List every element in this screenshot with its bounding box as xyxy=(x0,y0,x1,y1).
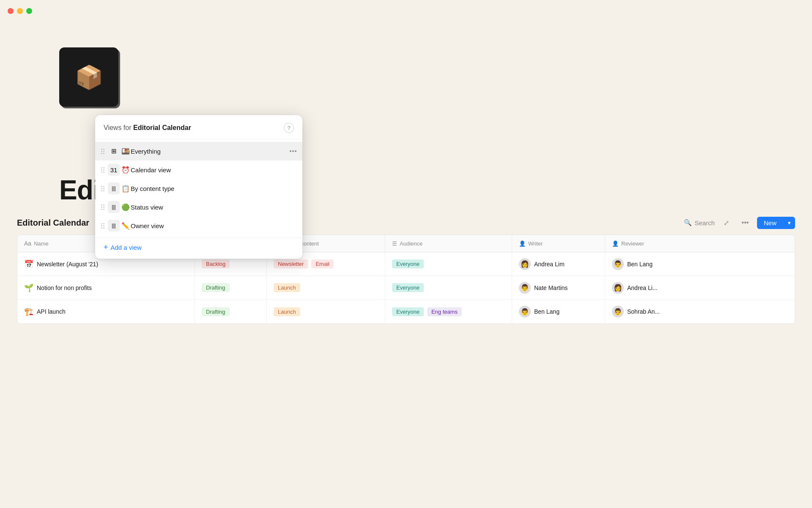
row-icon-2: 🌱 xyxy=(24,283,33,293)
cell-status-3: Drafting xyxy=(195,300,267,323)
view-emoji-status: 🟢 xyxy=(121,203,130,211)
minimize-button[interactable] xyxy=(17,8,23,14)
cell-audience-2: Everyone xyxy=(385,276,512,299)
avatar-writer-2: 👨 xyxy=(519,282,531,294)
view-type-icon-by-content: ||| xyxy=(108,182,120,194)
popup-footer: + Add a view xyxy=(95,237,302,259)
cell-writer-1: 👩 Andrea Lim xyxy=(512,252,605,276)
writer-name-2: Nate Martins xyxy=(534,284,568,291)
view-label-by-content: By content type xyxy=(131,185,290,192)
search-icon: 🔍 xyxy=(684,219,692,226)
view-emoji-calendar: ⏰ xyxy=(121,166,130,174)
audience-badge-3a: Everyone xyxy=(392,307,424,316)
view-item-everything[interactable]: ⊞ 🍱 Everything xyxy=(95,142,302,160)
view-item-status[interactable]: ||| 🟢 Status view xyxy=(95,198,302,216)
avatar-reviewer-3: 👨 xyxy=(612,306,624,318)
type-badge-launch-2: Launch xyxy=(274,283,300,292)
text-icon: Aa xyxy=(24,240,31,247)
avatar-reviewer-1: 👨 xyxy=(612,258,624,270)
person-icon: 👤 xyxy=(519,240,526,247)
person-icon-2: 👤 xyxy=(612,240,619,247)
writer-name-3: Ben Lang xyxy=(534,308,560,315)
cell-writer-2: 👨 Nate Martins xyxy=(512,276,605,299)
help-button[interactable]: ? xyxy=(284,123,294,133)
cell-audience-3: Everyone Eng teams xyxy=(385,300,512,323)
drag-handle-calendar xyxy=(101,167,104,173)
drag-handle-owner xyxy=(101,223,104,229)
audience-badge-3b: Eng teams xyxy=(427,307,462,316)
more-icon: ••• xyxy=(742,219,749,226)
cell-reviewer-2: 👩 Andrea Li... xyxy=(605,276,698,299)
drag-handle-everything xyxy=(101,149,104,154)
list-icon-2: ☰ xyxy=(392,240,397,247)
row-name-3: API launch xyxy=(37,308,66,315)
cell-writer-3: 👨 Ben Lang xyxy=(512,300,605,323)
view-type-icon-everything: ⊞ xyxy=(108,145,120,157)
popup-title-bold: Editorial Calendar xyxy=(133,124,191,131)
cell-name-3: 🏗️ API launch xyxy=(17,300,195,323)
add-view-button[interactable]: + Add a view xyxy=(104,243,142,252)
type-badge-launch-3: Launch xyxy=(274,307,300,316)
row-icon-1: 📅 xyxy=(24,260,33,269)
table-row[interactable]: 🏗️ API launch Drafting Launch Everyone E… xyxy=(17,300,795,323)
page-logo: 📦 xyxy=(59,47,118,107)
main-content: 📦 Edito Editorial Calendar ⊞ 🍱 Everythin… xyxy=(0,22,812,508)
avatar-writer-1: 👩 xyxy=(519,258,531,270)
writer-name-1: Andrea Lim xyxy=(534,261,565,268)
cell-reviewer-1: 👨 Ben Lang xyxy=(605,252,698,276)
cell-name-2: 🌱 Notion for non profits xyxy=(17,276,195,299)
expand-button[interactable]: ⤢ xyxy=(720,216,733,229)
view-emoji-owner: ✏️ xyxy=(121,222,130,230)
view-type-icon-calendar: 31 xyxy=(108,164,120,176)
audience-badge-2: Everyone xyxy=(392,283,424,292)
popup-header: Views for Editorial Calendar ? xyxy=(95,115,302,139)
views-list: ⊞ 🍱 Everything 31 ⏰ Calendar view xyxy=(95,139,302,237)
row-icon-3: 🏗️ xyxy=(24,307,33,316)
reviewer-name-3: Sohrab An... xyxy=(627,308,660,315)
view-label-calendar: Calendar view xyxy=(131,166,290,174)
view-item-calendar[interactable]: 31 ⏰ Calendar view xyxy=(95,160,302,179)
cell-audience-1: Everyone xyxy=(385,252,512,276)
avatar-reviewer-2: 👩 xyxy=(612,282,624,294)
type-badge-newsletter: Newsletter xyxy=(274,260,308,268)
view-emoji-everything: 🍱 xyxy=(121,147,130,155)
audience-badge-1: Everyone xyxy=(392,260,424,268)
view-item-owner[interactable]: ||| ✏️ Owner view xyxy=(95,216,302,235)
status-badge-2: Drafting xyxy=(202,283,230,292)
view-label-everything: Everything xyxy=(131,148,290,155)
new-button-label: New xyxy=(757,217,783,229)
cell-type-3: Launch xyxy=(267,300,385,323)
view-emoji-by-content: 📋 xyxy=(121,185,130,193)
col-writer: 👤 Writer xyxy=(512,235,605,252)
cell-type-2: Launch xyxy=(267,276,385,299)
row-name-1: Newsletter (August '21) xyxy=(37,261,98,268)
cell-status-2: Drafting xyxy=(195,276,267,299)
close-button[interactable] xyxy=(8,8,14,14)
view-label-owner: Owner view xyxy=(131,222,290,229)
col-audience: ☰ Audience xyxy=(385,235,512,252)
new-button-arrow[interactable]: ▾ xyxy=(784,217,795,229)
reviewer-name-2: Andrea Li... xyxy=(627,284,658,291)
drag-handle-by-content xyxy=(101,186,104,191)
help-icon: ? xyxy=(287,125,290,131)
plus-icon: + xyxy=(104,243,108,252)
table-row[interactable]: 🌱 Notion for non profits Drafting Launch… xyxy=(17,276,795,300)
search-label: Search xyxy=(694,219,715,226)
drag-handle-status xyxy=(101,204,104,210)
row-name-2: Notion for non profits xyxy=(37,284,92,291)
avatar-writer-3: 👨 xyxy=(519,306,531,318)
view-type-icon-status: ||| xyxy=(108,201,120,213)
new-button[interactable]: New ▾ xyxy=(757,217,795,229)
more-button-everything[interactable] xyxy=(290,150,296,152)
titlebar xyxy=(0,0,812,22)
more-options-button[interactable]: ••• xyxy=(738,216,752,229)
search-button[interactable]: 🔍 Search xyxy=(684,219,715,226)
view-label-status: Status view xyxy=(131,204,290,211)
expand-icon: ⤢ xyxy=(724,219,729,227)
maximize-button[interactable] xyxy=(26,8,32,14)
reviewer-name-1: Ben Lang xyxy=(627,261,653,268)
page-header: 📦 xyxy=(0,22,812,107)
col-reviewer: 👤 Reviewer xyxy=(605,235,698,252)
status-badge-1: Backlog xyxy=(202,260,230,268)
view-item-by-content[interactable]: ||| 📋 By content type xyxy=(95,179,302,198)
